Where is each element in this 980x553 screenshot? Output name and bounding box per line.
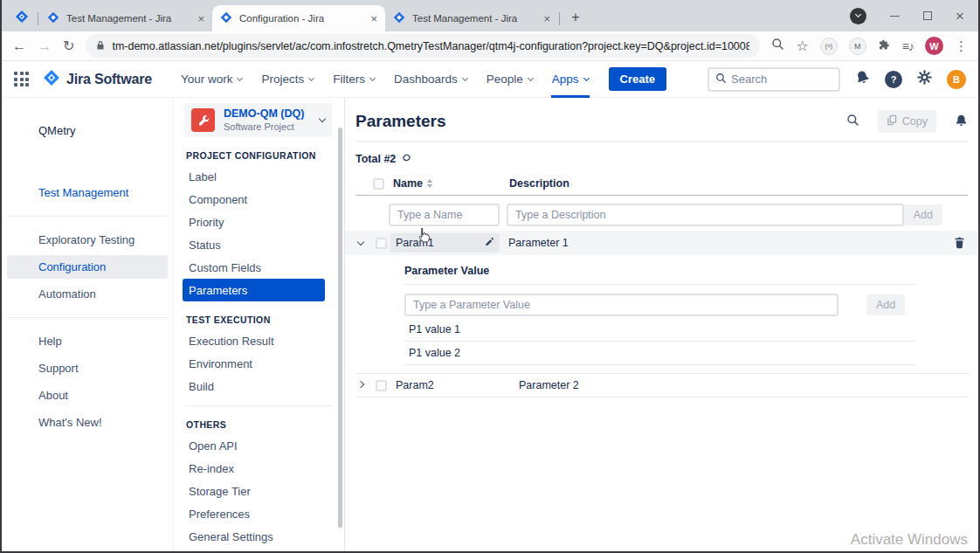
name-column-header[interactable]: Name <box>393 177 509 190</box>
sort-icon[interactable] <box>427 179 432 188</box>
sidebar-item-automation[interactable]: Automation <box>2 280 173 308</box>
nav-dashboards[interactable]: Dashboards <box>384 61 477 98</box>
row-checkbox[interactable] <box>376 380 387 391</box>
sidebar-item-test-management[interactable]: Test Management <box>2 179 173 206</box>
config-item-environment[interactable]: Environment <box>183 352 332 375</box>
sidebar-item-support[interactable]: Support <box>2 355 173 382</box>
name-header-label: Name <box>393 177 423 190</box>
add-value-button[interactable]: Add <box>866 294 905 315</box>
create-button[interactable]: Create <box>609 67 666 91</box>
edit-pencil-icon[interactable] <box>485 237 494 249</box>
config-item-open-api[interactable]: Open API <box>183 434 332 457</box>
browser-account-avatar[interactable]: W <box>925 37 943 55</box>
pinned-tab[interactable] <box>7 5 37 31</box>
sidebar-item-configuration[interactable]: Configuration <box>7 255 168 279</box>
param1-values-panel: Parameter Value Add P1 value 1 P1 value … <box>404 265 916 365</box>
divider <box>184 405 332 406</box>
sidebar-item-whats-new[interactable]: What's New! <box>2 409 173 436</box>
row-checkbox[interactable] <box>376 238 387 249</box>
back-icon[interactable]: ← <box>12 39 26 53</box>
zoom-icon[interactable] <box>771 38 784 54</box>
add-button[interactable]: Add <box>904 204 942 225</box>
nav-filters[interactable]: Filters <box>323 61 384 98</box>
browser-profile-button[interactable] <box>850 8 866 24</box>
notifications-bell-icon[interactable] <box>955 114 968 130</box>
config-item-preferences[interactable]: Preferences <box>183 502 332 525</box>
copy-button[interactable]: Copy <box>878 110 936 133</box>
window-minimize-button[interactable] <box>890 16 900 17</box>
tab-test-management-1[interactable]: Test Management - Jira × <box>39 5 212 31</box>
add-value-row: Add <box>404 292 916 318</box>
sidebar-item-exploratory-testing[interactable]: Exploratory Testing <box>2 226 173 253</box>
config-item-parameters[interactable]: Parameters <box>183 279 325 301</box>
extension-m-icon[interactable]: M <box>849 38 866 55</box>
description-input[interactable] <box>507 204 904 226</box>
close-tab-icon[interactable]: × <box>370 13 377 24</box>
browser-toolbar: ← → ↻ tm-demo.atlassian.net/plugins/serv… <box>2 31 978 61</box>
search-icon[interactable] <box>846 114 859 129</box>
collapse-chevron-icon[interactable] <box>358 242 372 245</box>
sidebar-scrollbar[interactable] <box>338 128 342 528</box>
config-item-general-settings[interactable]: General Settings <box>183 525 332 548</box>
new-tab-button[interactable]: + <box>564 6 587 29</box>
jira-brand[interactable]: Jira Software <box>43 69 152 90</box>
config-item-status[interactable]: Status <box>183 233 332 256</box>
settings-gear-icon[interactable] <box>917 70 932 88</box>
parameters-panel: Parameters Copy <box>345 98 978 551</box>
expand-chevron-icon[interactable] <box>358 384 372 387</box>
global-search[interactable] <box>707 67 840 92</box>
user-avatar[interactable]: B <box>947 70 966 89</box>
value-row-2[interactable]: P1 value 2 <box>404 342 916 365</box>
divider <box>404 284 916 285</box>
close-tab-icon[interactable]: × <box>543 13 550 24</box>
config-item-storage-tier[interactable]: Storage Tier <box>183 480 332 502</box>
tab-configuration-active[interactable]: Configuration - Jira × <box>212 5 385 31</box>
tab-divider <box>38 12 38 25</box>
project-selector[interactable]: DEMO-QM (DQ) Software Project <box>184 103 332 137</box>
nav-projects[interactable]: Projects <box>252 61 323 98</box>
app-switcher-icon[interactable] <box>14 72 29 86</box>
sidebar-item-help[interactable]: Help <box>2 328 173 355</box>
refresh-icon[interactable] <box>402 153 411 165</box>
select-all-checkbox[interactable] <box>373 178 384 190</box>
param1-name-cell[interactable]: Param1 <box>390 233 500 252</box>
config-item-execution-result[interactable]: Execution Result <box>183 329 332 352</box>
jira-logo-icon <box>43 69 60 90</box>
name-input[interactable] <box>389 204 500 226</box>
nav-apps[interactable]: Apps <box>542 61 598 98</box>
select-all-cell <box>373 178 393 190</box>
nav-your-work[interactable]: Your work <box>171 61 252 98</box>
bookmark-star-icon[interactable]: ☆ <box>796 39 808 53</box>
nav-people[interactable]: People <box>477 61 542 98</box>
project-meta: DEMO-QM (DQ) Software Project <box>224 107 311 133</box>
close-tab-icon[interactable]: × <box>197 13 204 24</box>
config-item-custom-fields[interactable]: Custom Fields <box>183 256 332 279</box>
section-test-execution: TEST EXECUTION <box>186 315 332 325</box>
address-bar[interactable]: tm-demo.atlassian.net/plugins/servlet/ac… <box>86 34 760 58</box>
help-icon[interactable]: ? <box>885 71 902 88</box>
config-item-build[interactable]: Build <box>183 375 332 397</box>
window-close-button[interactable]: × <box>956 9 964 24</box>
notifications-bell-icon[interactable] <box>855 70 870 88</box>
kebab-menu-icon[interactable]: ⋮ <box>955 39 968 52</box>
section-others: OTHERS <box>186 419 332 430</box>
extension-badge-icon[interactable]: (≡) <box>820 38 838 55</box>
playlist-icon[interactable]: ≡♪ <box>902 40 914 52</box>
parameter-row-param2[interactable]: Param2 Parameter 2 <box>355 373 968 397</box>
config-item-re-index[interactable]: Re-index <box>183 457 332 480</box>
forward-icon[interactable]: → <box>38 39 52 53</box>
parameter-row-param1[interactable]: Param1 Parameter 1 <box>345 231 978 255</box>
search-input[interactable] <box>731 73 832 86</box>
copy-icon <box>887 114 897 128</box>
extensions-puzzle-icon[interactable] <box>878 38 891 54</box>
window-maximize-button[interactable] <box>923 11 932 20</box>
delete-trash-icon[interactable] <box>954 237 965 249</box>
config-item-priority[interactable]: Priority <box>183 211 332 233</box>
config-item-label[interactable]: Label <box>183 165 332 188</box>
sidebar-item-about[interactable]: About <box>2 382 173 409</box>
tab-test-management-2[interactable]: Test Management - Jira × <box>385 5 558 31</box>
parameter-value-input[interactable] <box>404 294 839 316</box>
reload-icon[interactable]: ↻ <box>63 39 74 53</box>
value-row-1[interactable]: P1 value 1 <box>404 318 916 342</box>
config-item-component[interactable]: Component <box>183 188 332 211</box>
